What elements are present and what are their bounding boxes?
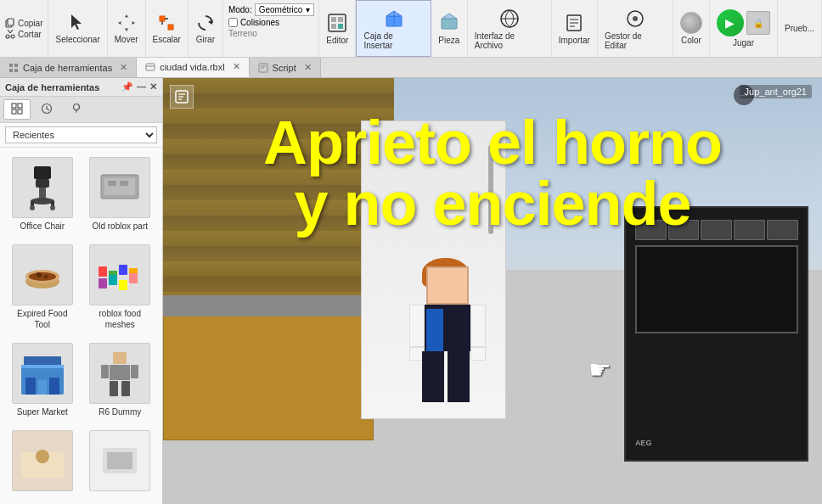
item8-icon bbox=[94, 435, 145, 486]
svg-line-4 bbox=[8, 30, 10, 33]
panel-tab-lightbulb[interactable] bbox=[63, 99, 90, 120]
collisions-row: Colisiones bbox=[228, 18, 313, 27]
svg-rect-66 bbox=[99, 266, 107, 277]
panel-item-super-market[interactable]: Super Market bbox=[5, 339, 80, 423]
dummy-icon bbox=[94, 348, 145, 399]
svg-rect-39 bbox=[12, 104, 16, 108]
item7-icon bbox=[17, 435, 68, 486]
recent-tab-icon bbox=[41, 103, 53, 115]
color-section[interactable]: Color bbox=[673, 0, 710, 57]
panel-item-roblox-food-meshes[interactable]: roblox food meshes bbox=[83, 240, 158, 335]
jugar-section[interactable]: ▶ 🔒 Jugar bbox=[710, 0, 778, 57]
collisions-label: Colisiones bbox=[240, 18, 279, 27]
char-leg-left bbox=[422, 351, 444, 402]
svg-point-3 bbox=[11, 35, 14, 38]
svg-rect-40 bbox=[18, 104, 22, 108]
mode-section: Modo: Geométrico ▾ Colisiones Terreno bbox=[223, 0, 319, 57]
play-button[interactable]: ▶ bbox=[717, 9, 744, 36]
food-meshes-icon bbox=[94, 249, 145, 300]
svg-marker-6 bbox=[71, 14, 82, 30]
svg-rect-20 bbox=[442, 19, 457, 29]
caja-icon bbox=[383, 8, 405, 30]
svg-point-55 bbox=[30, 205, 35, 210]
caja-section[interactable]: Caja de Insertar bbox=[356, 0, 431, 57]
gestor-section[interactable]: Gestor de Editar bbox=[598, 0, 673, 57]
grid-tab-icon bbox=[11, 103, 23, 115]
pieza-section[interactable]: Pieza bbox=[431, 0, 468, 57]
main-viewport[interactable]: AEG ☛ ··· bbox=[163, 78, 822, 504]
pieza-icon bbox=[438, 12, 460, 34]
svg-point-56 bbox=[50, 205, 55, 210]
left-panel: Caja de herramientas 📌 — ✕ bbox=[0, 78, 163, 504]
tab-toolbox-close[interactable]: ✕ bbox=[120, 62, 127, 73]
super-market-image bbox=[12, 343, 73, 404]
svg-rect-71 bbox=[109, 275, 117, 285]
char-hand-right bbox=[470, 347, 486, 361]
svg-point-2 bbox=[6, 35, 9, 38]
rotate-section[interactable]: Girar bbox=[189, 0, 223, 57]
panel-title: Caja de herramientas bbox=[5, 82, 99, 92]
panel-item-r6-dummy[interactable]: R6 Dummy bbox=[83, 339, 158, 423]
tab-toolbox[interactable]: Caja de herramientas ✕ bbox=[0, 58, 137, 77]
svg-rect-79 bbox=[21, 365, 64, 368]
svg-rect-59 bbox=[108, 181, 116, 186]
copy-button[interactable]: Copiar bbox=[5, 18, 42, 28]
char-arm-right bbox=[470, 305, 486, 347]
svg-point-64 bbox=[37, 272, 42, 277]
filter-dropdown[interactable]: Recientes Todos Modelos Texturas bbox=[5, 126, 157, 143]
panel-search: Recientes Todos Modelos Texturas bbox=[0, 123, 162, 148]
pin-icon[interactable]: 📌 bbox=[121, 81, 133, 92]
interfaz-icon bbox=[498, 8, 521, 30]
editor-label: Editor bbox=[326, 36, 348, 45]
move-section[interactable]: Mover bbox=[108, 0, 146, 57]
viewport-script-icon[interactable] bbox=[170, 85, 194, 109]
cut-button[interactable]: Cortar bbox=[5, 29, 42, 39]
color-icon bbox=[680, 12, 702, 34]
collisions-checkbox[interactable] bbox=[228, 18, 238, 27]
color-label: Color bbox=[681, 36, 701, 45]
item8-image bbox=[89, 430, 150, 491]
svg-rect-16 bbox=[338, 24, 343, 29]
rotate-label: Girar bbox=[196, 35, 215, 44]
interfaz-section[interactable]: Interfaz de Archivo bbox=[468, 0, 552, 57]
importar-section[interactable]: Importar bbox=[552, 0, 598, 57]
item7-image bbox=[12, 430, 73, 491]
tab-script[interactable]: Script ✕ bbox=[250, 58, 321, 77]
svg-rect-50 bbox=[36, 179, 49, 188]
tab-ciudad-close[interactable]: ✕ bbox=[233, 61, 240, 72]
supermarket-icon bbox=[17, 348, 68, 399]
panel-tab-recent[interactable] bbox=[33, 99, 60, 120]
svg-rect-1 bbox=[8, 19, 14, 25]
scale-section[interactable]: Escalar bbox=[146, 0, 189, 57]
panel-tab-grid[interactable] bbox=[3, 99, 31, 120]
panel-item-old-roblox-part[interactable]: Old roblox part bbox=[83, 153, 158, 237]
oven-btn-2 bbox=[668, 220, 700, 240]
svg-rect-13 bbox=[331, 17, 336, 22]
old-roblox-part-label: Old roblox part bbox=[92, 221, 148, 232]
panel-close-icon[interactable]: ✕ bbox=[149, 81, 157, 92]
mode-dropdown[interactable]: Geométrico ▾ bbox=[255, 3, 315, 16]
svg-rect-68 bbox=[119, 265, 127, 275]
panel-item-expired-food-tool[interactable]: Expired Food Tool bbox=[5, 240, 80, 335]
svg-rect-32 bbox=[9, 69, 13, 72]
panel-item-8[interactable] bbox=[83, 426, 158, 499]
svg-rect-7 bbox=[160, 16, 165, 21]
tab-script-close[interactable]: ✕ bbox=[304, 62, 312, 73]
editor-section[interactable]: Editor bbox=[319, 0, 356, 57]
fridge-handle bbox=[488, 145, 493, 234]
panel-tabs bbox=[0, 97, 162, 123]
viewport-username: Jup_ant_org21 bbox=[740, 85, 812, 98]
rotate-icon bbox=[195, 13, 216, 33]
svg-rect-14 bbox=[338, 17, 343, 22]
panel-item-office-chair[interactable]: Office Chair bbox=[5, 153, 80, 237]
importar-icon bbox=[563, 12, 585, 34]
select-label: Seleccionar bbox=[55, 35, 99, 44]
move-label: Mover bbox=[115, 35, 138, 44]
tab-ciudad[interactable]: ciudad vida.rbxl ✕ bbox=[137, 58, 249, 77]
viewport-background: AEG ☛ ··· bbox=[163, 78, 822, 504]
prueba-label: Prueb... bbox=[785, 24, 814, 33]
panel-item-7[interactable] bbox=[5, 426, 80, 499]
svg-rect-76 bbox=[25, 378, 36, 395]
svg-rect-82 bbox=[101, 365, 109, 378]
panel-minimize-icon[interactable]: — bbox=[137, 81, 146, 92]
